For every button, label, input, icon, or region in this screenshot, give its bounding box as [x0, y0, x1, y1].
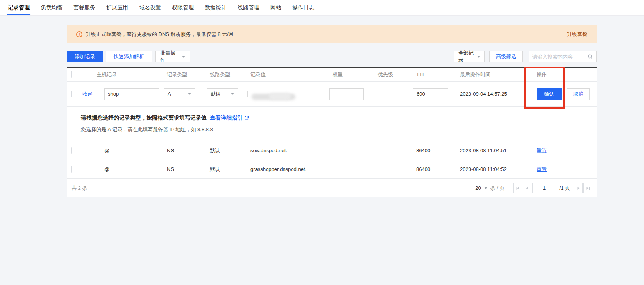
banner-message: 升级正式版套餐，获得更极致的 DNS 解析服务，最低仅需 8 元/月 [86, 31, 234, 38]
col-header-host: 主机记录 [82, 71, 164, 78]
help-detail-text: 您选择的是 A 记录，请在此填写服务器 IP 地址，如 8.8.8.8 [81, 126, 597, 133]
table-header-row: 主机记录 记录类型 线路类型 记录值 权重 优先级 TTL 最后操作时间 操作 [67, 68, 597, 82]
search-input[interactable] [532, 54, 587, 60]
next-page-button[interactable] [574, 183, 583, 193]
cell-line: 默认 [207, 166, 247, 173]
cell-value: sow.dnspod.net. [247, 148, 329, 153]
ttl-input[interactable] [413, 88, 448, 100]
line-type-value: 默认 [211, 91, 221, 98]
top-nav: 记录管理 负载均衡 套餐服务 扩展应用 域名设置 权限管理 数据统计 线路管理 … [0, 0, 644, 16]
first-page-icon [515, 186, 520, 190]
edit-record-row: 收起 A 默认 [67, 82, 597, 107]
col-header-priority: 优先级 [375, 71, 413, 78]
cell-type: NS [164, 148, 207, 153]
cell-type: NS [164, 166, 207, 172]
collapse-link[interactable]: 收起 [82, 91, 93, 97]
first-page-button[interactable] [513, 183, 522, 193]
cell-ttl: 86400 [413, 166, 457, 172]
toolbar-right-group: 全部记录 高级筛选 [454, 51, 597, 62]
total-count-label: 共 2 条 [72, 185, 87, 192]
page-size-value: 20 [475, 185, 481, 191]
tab-website[interactable]: 网站 [265, 0, 287, 15]
next-page-icon [577, 186, 580, 190]
tab-permissions[interactable]: 权限管理 [166, 0, 199, 15]
search-box [529, 51, 597, 62]
cell-value: grasshopper.dnspod.net. [247, 166, 329, 172]
records-table: 主机记录 记录类型 线路类型 记录值 权重 优先级 TTL 最后操作时间 操作 … [67, 67, 597, 197]
help-title-text: 请根据您选择的记录类型，按照格式要求填写记录值 [81, 114, 207, 121]
row-checkbox[interactable] [71, 166, 72, 173]
host-record-input[interactable] [104, 88, 159, 100]
page-total-label: /1 页 [560, 185, 570, 192]
upgrade-banner: ! 升级正式版套餐，获得更极致的 DNS 解析服务，最低仅需 8 元/月 升级套… [67, 25, 597, 43]
records-toolbar: 添加记录 快速添加解析 批量操作 全部记录 高级筛选 [67, 51, 597, 62]
chevron-down-icon [231, 93, 234, 95]
confirm-button[interactable]: 确认 [537, 88, 562, 100]
reset-link[interactable]: 重置 [533, 166, 547, 172]
row-checkbox[interactable] [71, 147, 72, 154]
batch-operations-label: 批量操作 [160, 50, 179, 64]
chevron-down-icon [182, 56, 185, 58]
cell-updated-at: 2023-08-08 11:04:52 [457, 166, 533, 172]
col-header-ttl: TTL [413, 71, 457, 77]
tab-operation-log[interactable]: 操作日志 [287, 0, 320, 15]
cell-host: @ [104, 166, 164, 172]
quick-add-button[interactable]: 快速添加解析 [106, 51, 152, 62]
line-type-select[interactable]: 默认 [207, 88, 238, 100]
batch-operations-dropdown[interactable]: 批量操作 [155, 51, 190, 62]
cell-line: 默认 [207, 147, 247, 154]
col-header-updated: 最后操作时间 [457, 71, 533, 78]
record-filter-dropdown[interactable]: 全部记录 [454, 51, 485, 62]
tab-domain-settings[interactable]: 域名设置 [134, 0, 166, 15]
reset-link[interactable]: 重置 [533, 148, 547, 153]
tab-extensions[interactable]: 扩展应用 [101, 0, 134, 15]
cell-host: @ [104, 148, 164, 153]
col-header-type: 记录类型 [164, 71, 207, 78]
col-header-line: 线路类型 [207, 71, 247, 78]
external-link-icon [244, 116, 249, 120]
chevron-down-icon [484, 187, 487, 189]
detailed-guide-label: 查看详细指引 [210, 114, 243, 121]
weight-input[interactable] [329, 88, 364, 100]
search-icon[interactable] [587, 54, 593, 60]
table-row: @ NS 默认 grasshopper.dnspod.net. 86400 20… [67, 160, 597, 179]
cancel-button[interactable]: 取消 [567, 88, 590, 100]
record-filter-value: 全部记录 [458, 50, 474, 64]
tab-record-management[interactable]: 记录管理 [2, 0, 35, 15]
add-record-button[interactable]: 添加记录 [67, 51, 103, 62]
table-footer: 共 2 条 20 条 / 页 [67, 179, 597, 197]
dns-records-console: 记录管理 负载均衡 套餐服务 扩展应用 域名设置 权限管理 数据统计 线路管理 … [0, 0, 644, 285]
page-number-input[interactable] [532, 183, 556, 193]
tab-plan-services[interactable]: 套餐服务 [68, 0, 101, 15]
pagination: 20 条 / 页 /1 页 [475, 183, 592, 193]
col-header-actions: 操作 [533, 71, 597, 78]
cell-updated-at: 2023-08-08 11:04:51 [457, 148, 533, 153]
upgrade-plan-link[interactable]: 升级套餐 [567, 31, 587, 38]
tab-line-management[interactable]: 线路管理 [232, 0, 265, 15]
cell-ttl: 86400 [413, 148, 457, 153]
edit-row-updated-at: 2023-09-04 14:57:25 [457, 91, 533, 97]
record-type-help: 请根据您选择的记录类型，按照格式要求填写记录值 查看详细指引 您选择的是 A 记… [67, 107, 597, 141]
warning-circle-icon: ! [76, 31, 82, 37]
last-page-button[interactable] [583, 183, 592, 193]
last-page-icon [586, 186, 590, 190]
record-type-select[interactable]: A [164, 88, 195, 100]
page-size-dropdown[interactable]: 20 [475, 185, 487, 191]
col-header-value: 记录值 [247, 71, 329, 78]
tab-load-balancing[interactable]: 负载均衡 [35, 0, 68, 15]
col-header-weight: 权重 [329, 71, 375, 78]
select-all-checkbox[interactable] [71, 71, 72, 78]
table-row: @ NS 默认 sow.dnspod.net. 86400 2023-08-08… [67, 141, 597, 160]
per-page-label: 条 / 页 [490, 185, 505, 192]
record-type-value: A [168, 91, 171, 97]
tab-statistics[interactable]: 数据统计 [199, 0, 232, 15]
record-value-input[interactable] [247, 91, 248, 97]
detailed-guide-link[interactable]: 查看详细指引 [210, 114, 249, 121]
prev-page-button[interactable] [523, 183, 531, 193]
prev-page-icon [526, 186, 529, 190]
chevron-down-icon [188, 93, 191, 95]
row-checkbox[interactable] [71, 91, 72, 97]
chevron-down-icon [477, 56, 480, 58]
advanced-filter-button[interactable]: 高级筛选 [489, 51, 523, 62]
